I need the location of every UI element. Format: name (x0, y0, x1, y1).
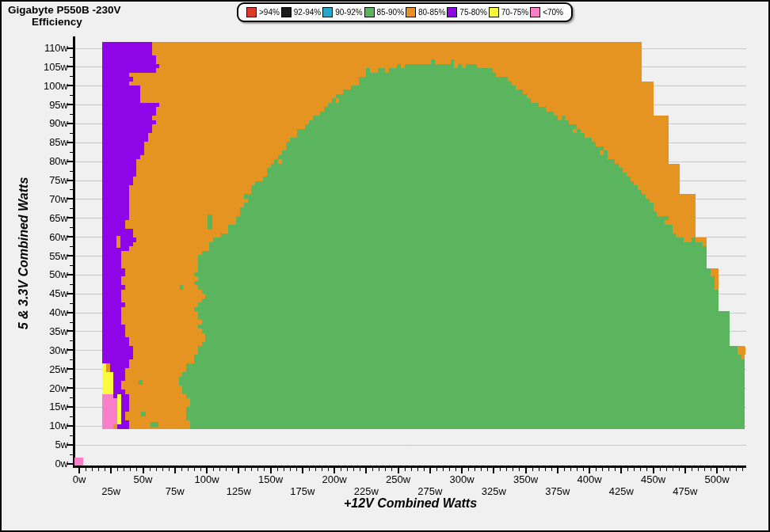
legend-label: >94% (259, 8, 280, 17)
x-tick-label: 250w (386, 473, 410, 485)
y-tick-label: 50w (35, 268, 68, 280)
x-tick-label: 125w (227, 485, 251, 497)
x-tick-label: 300w (449, 473, 474, 485)
y-tick-label: 110w (35, 42, 68, 54)
y-tick-label: 75w (35, 174, 68, 186)
y-tick-label: 100w (35, 80, 68, 92)
legend-item: 92-94% (281, 7, 321, 17)
x-tick-label: 375w (545, 485, 570, 497)
chart-title-line2: Efficiency (32, 16, 121, 28)
x-tick-label: 150w (258, 473, 283, 485)
x-tick-label: 25w (101, 485, 120, 497)
x-tick-label: 200w (322, 473, 346, 485)
legend-item: 70-75% (489, 7, 528, 17)
legend-item: 75-80% (447, 7, 486, 17)
legend-label: <70% (543, 8, 563, 17)
legend-swatch (530, 7, 540, 17)
x-tick-label: 475w (673, 485, 697, 497)
legend-item: 80-85% (406, 7, 445, 17)
legend-item: 85-90% (364, 7, 404, 17)
y-tick-label: 60w (35, 231, 68, 243)
legend-label: 75-80% (459, 8, 486, 17)
legend-label: 80-85% (418, 8, 445, 17)
x-tick-label: 500w (704, 473, 729, 485)
legend-label: 92-94% (294, 8, 321, 17)
y-tick-label: 15w (35, 401, 68, 412)
legend-swatch (281, 7, 292, 17)
y-tick-label: 30w (35, 344, 68, 356)
y-tick-label: 105w (35, 61, 68, 73)
x-tick-label: 400w (577, 473, 601, 485)
x-tick-label: 225w (354, 485, 379, 497)
efficiency-map-canvas (0, 0, 770, 532)
legend-item: 90-92% (322, 7, 362, 17)
x-tick-label: 325w (482, 485, 506, 497)
x-tick-label: 100w (194, 473, 219, 485)
y-tick-label: 35w (35, 325, 68, 337)
y-axis-title: 5 & 3.3V Combined Watts (17, 168, 31, 339)
y-tick-label: 20w (35, 382, 68, 394)
x-tick-label: 0w (73, 473, 86, 485)
y-tick-label: 0w (35, 458, 68, 469)
legend-label: 70-75% (501, 8, 528, 17)
x-tick-label: 450w (641, 473, 665, 485)
y-tick-label: 70w (35, 193, 68, 205)
x-tick-label: 175w (290, 485, 314, 497)
y-tick-label: 55w (35, 250, 68, 262)
y-tick-label: 10w (35, 420, 68, 431)
chart-title: Gigabyte P550B -230V Efficiency (8, 4, 121, 28)
y-tick-label: 5w (35, 439, 68, 450)
y-tick-label: 85w (35, 136, 68, 148)
legend: >94%92-94%90-92%85-90%80-85%75-80%70-75%… (237, 2, 573, 22)
legend-swatch (364, 7, 375, 17)
legend-swatch (489, 7, 499, 17)
legend-swatch (447, 7, 457, 17)
y-tick-label: 40w (35, 306, 68, 318)
legend-item: <70% (530, 7, 563, 17)
x-tick-label: 50w (134, 473, 153, 485)
x-tick-label: 275w (417, 485, 442, 497)
x-axis-title: +12V Combined Watts (344, 496, 477, 511)
y-tick-label: 45w (35, 287, 68, 299)
y-tick-label: 80w (35, 155, 68, 167)
legend-swatch (406, 7, 416, 17)
y-tick-label: 95w (35, 99, 68, 111)
y-tick-label: 25w (35, 363, 68, 375)
legend-swatch (322, 7, 333, 17)
x-tick-label: 75w (166, 485, 185, 497)
y-tick-label: 90w (35, 117, 68, 129)
legend-item: >94% (246, 7, 280, 17)
legend-label: 90-92% (335, 8, 362, 17)
legend-label: 85-90% (377, 8, 404, 17)
legend-swatch (246, 7, 257, 17)
x-tick-label: 425w (609, 485, 634, 497)
x-tick-label: 350w (513, 473, 538, 485)
y-tick-label: 65w (35, 212, 68, 224)
page: { "title": {"line1": "Gigabyte P550B -23… (0, 0, 770, 532)
chart-title-line1: Gigabyte P550B -230V (8, 4, 121, 16)
